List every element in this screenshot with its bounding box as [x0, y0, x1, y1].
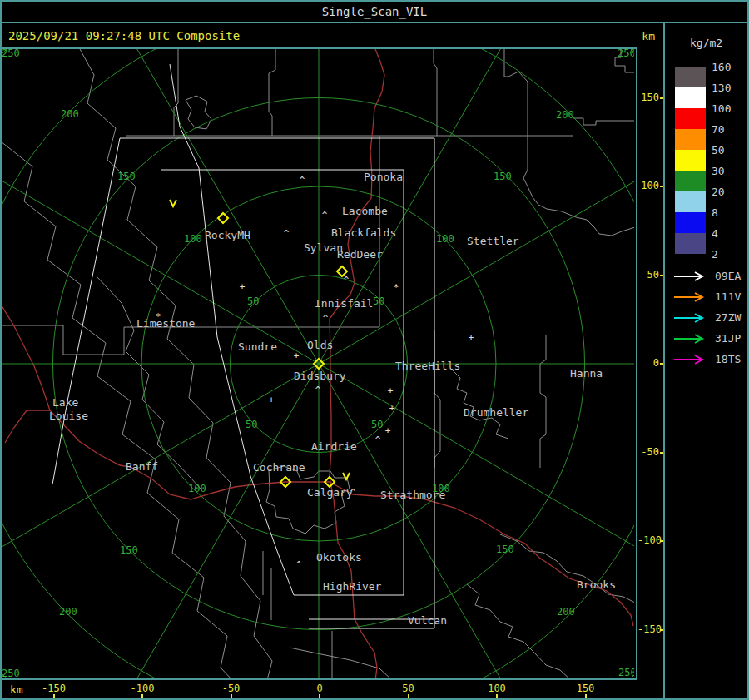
radar-id-label: 31JP	[715, 332, 741, 345]
down-chevron-icon	[343, 473, 350, 479]
range-ring-label: 50	[371, 419, 383, 430]
radar-id-label: 09EA	[715, 270, 741, 282]
right-axis-tick-label: 50	[637, 269, 659, 280]
map-point-marker: +	[294, 350, 300, 361]
radar-id-label: 18TS	[715, 353, 741, 365]
city-label: RockyMH	[205, 229, 250, 241]
bottom-axis-tick-label: 50	[402, 683, 414, 694]
radar-arrow-icon	[673, 355, 708, 365]
colorbar-block	[675, 108, 706, 129]
range-ring-label: 200	[556, 109, 574, 121]
city-label: Drumheller	[464, 406, 528, 419]
colorbar-block	[675, 67, 706, 87]
colorbar-block	[675, 191, 706, 212]
bottom-axis-tick	[319, 694, 320, 699]
right-axis-unit-label: km	[642, 30, 655, 42]
city-label: Okotoks	[316, 551, 362, 563]
map-point-marker: ^	[284, 228, 290, 239]
colorbar-threshold-label: 130	[712, 82, 745, 94]
legend-panel: kg/m2 16013010070503020842 09EA111V27ZW3…	[663, 23, 749, 700]
map-point-marker: +	[388, 385, 394, 396]
map-point-marker: ^	[300, 175, 305, 186]
radar-id-label: 27ZW	[715, 311, 741, 324]
range-ring-label: 150	[120, 544, 138, 556]
city-label: Calgary	[307, 486, 353, 499]
right-axis-tick-label: -150	[637, 623, 659, 635]
map-point-marker: +	[240, 281, 246, 292]
range-ring-label: 150	[117, 171, 136, 182]
county-boundary-line	[467, 584, 571, 678]
bottom-axis-tick	[585, 694, 587, 699]
colorbar-block	[675, 87, 706, 108]
radar-legend-row: 09EA	[673, 270, 741, 282]
colorbar-threshold-label: 8	[712, 206, 745, 219]
bottom-axis-tick-label: -150	[42, 683, 66, 694]
bottom-axis-tick	[141, 694, 143, 699]
range-ring-label: 250	[618, 667, 634, 678]
colorbar-threshold-label: 100	[712, 102, 745, 115]
map-point-marker: ^	[344, 275, 350, 285]
colorbar-threshold-label: 2	[712, 248, 745, 261]
bottom-axis-tick-label: 0	[316, 683, 322, 694]
county-boundary-line	[523, 178, 634, 236]
map-point-marker: *	[394, 282, 399, 293]
range-ring-label: 200	[59, 606, 77, 618]
county-boundary-line	[500, 534, 634, 603]
bottom-axis: km -150-100-50050100150	[2, 680, 663, 700]
right-axis-tick-label: 0	[637, 357, 659, 369]
radar-id-label: 111V	[715, 290, 741, 303]
county-boundary-line	[434, 330, 440, 468]
county-boundary-line	[540, 335, 546, 468]
right-axis-tick-label: 100	[637, 180, 659, 191]
radar-legend-row: 31JP	[673, 332, 741, 345]
map-point-marker: +	[469, 332, 474, 343]
radar-arrow-icon	[673, 313, 708, 323]
bottom-axis-tick-label: -50	[222, 683, 241, 694]
scan-timestamp: 2025/09/21 09:27:48 UTC Composite	[8, 29, 240, 42]
range-ring-label: 50	[247, 295, 259, 307]
range-ring-label: 200	[61, 108, 79, 120]
city-label: Didsbury	[294, 370, 346, 382]
radar-map-frame: 5050505010010010010015015015015020020020…	[2, 47, 637, 680]
county-boundary-line	[450, 368, 508, 439]
county-boundary-line	[266, 466, 350, 534]
city-label: RedDeer	[337, 248, 383, 261]
colorbar-threshold-label: 50	[712, 144, 745, 156]
county-boundary-line	[504, 49, 528, 178]
legend-unit-label: kg/m2	[690, 37, 722, 49]
bottom-axis-unit-label: km	[10, 683, 23, 696]
radar-map-svg[interactable]: 5050505010010010010015015015015020020020…	[2, 49, 634, 678]
info-row: 2025/09/21 09:27:48 UTC Composite km	[2, 23, 663, 47]
colorbar-block	[675, 212, 706, 233]
highway-line	[2, 305, 50, 410]
range-rings	[2, 49, 634, 678]
bottom-axis-tick-label: 100	[488, 683, 506, 694]
map-point-marker: +	[269, 395, 275, 405]
range-ring-label: 150	[496, 544, 514, 555]
city-label: Brooks	[577, 578, 616, 591]
range-ring-label: 250	[2, 668, 20, 678]
bottom-axis-tick	[496, 694, 498, 699]
scan-sector-line	[170, 64, 294, 595]
city-label: Airdrie	[311, 440, 357, 453]
range-ring-label: 50	[246, 419, 257, 430]
range-ring-label: 250	[2, 49, 20, 59]
city-label: Lacombe	[342, 205, 388, 217]
city-label: Vulcan	[408, 614, 447, 627]
radar-viewer-window: Single_Scan_VIL 2025/09/21 09:27:48 UTC …	[0, 0, 749, 700]
radar-legend-row: 111V	[673, 290, 741, 303]
city-label: Banff	[126, 460, 158, 473]
bottom-axis-tick-label: -100	[131, 683, 155, 694]
range-ring-label: 50	[373, 295, 384, 307]
city-label: HighRiver	[323, 580, 382, 593]
range-ring-label: 100	[188, 483, 206, 494]
radar-arrow-icon	[673, 292, 708, 302]
bottom-axis-tick	[231, 694, 232, 699]
colorbar-block	[675, 171, 706, 191]
right-axis-tick-label: 150	[637, 92, 659, 103]
city-label: Blackfalds	[331, 226, 396, 239]
city-label: Stettler	[467, 235, 519, 247]
county-boundary-line	[434, 49, 437, 136]
map-point-marker: ^	[296, 559, 302, 570]
scan-sector-line	[52, 138, 120, 484]
